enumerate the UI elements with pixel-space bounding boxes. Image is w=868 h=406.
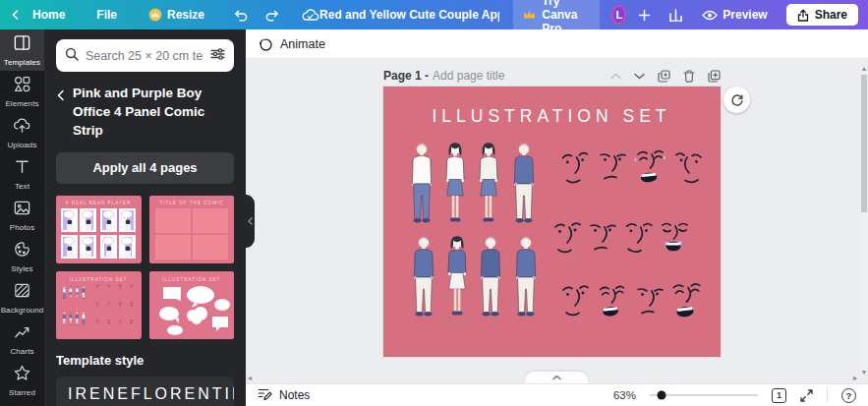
file-button[interactable]: File: [87, 4, 126, 26]
styles-icon: [13, 240, 31, 262]
uploads-icon: [13, 116, 31, 139]
eye-icon: [702, 10, 718, 21]
scroll-down-arrow[interactable]: ▼: [860, 369, 868, 376]
animate-icon[interactable]: [258, 36, 273, 52]
vertical-scrollbar-thumb[interactable]: [861, 75, 867, 212]
canvas-faces-row-2[interactable]: [555, 222, 687, 253]
design-canvas-page-1[interactable]: ILLUSTRATION SET: [383, 87, 721, 357]
text-icon: [13, 157, 31, 180]
add-page-icon[interactable]: [708, 70, 721, 83]
photos-icon: [13, 199, 31, 221]
preview-button[interactable]: Preview: [693, 4, 776, 26]
charts-icon: [13, 322, 31, 345]
top-bar: Home File Resize Red and Yellow Cute Cou…: [0, 0, 868, 29]
sidebar-item-photos[interactable]: Photos: [0, 195, 44, 236]
canvas-characters-row-2[interactable]: [414, 236, 536, 316]
canvas-characters-row-1[interactable]: [412, 143, 534, 222]
thumb-2-title: TITLE OF THE COMIC: [159, 201, 223, 205]
resize-button[interactable]: Resize: [140, 4, 213, 26]
panel-back-chevron-icon[interactable]: [56, 87, 65, 105]
template-thumb-title-page[interactable]: TITLE OF THE COMIC: [149, 196, 235, 263]
filter-icon[interactable]: [210, 47, 225, 65]
search-icon: [65, 47, 79, 65]
sidebar-rail: Templates Elements Uploads Text Photos S…: [0, 29, 44, 406]
sidebar-item-text[interactable]: Text: [0, 153, 44, 195]
sidebar-item-starred[interactable]: Starred: [0, 360, 44, 401]
starred-icon: [13, 364, 31, 386]
move-page-up-icon[interactable]: [610, 73, 621, 80]
thumb-3-title: ILLUSTRATION SET: [70, 277, 128, 282]
template-title-row[interactable]: Pink and Purple Boy Office 4 Panel Comic…: [56, 85, 234, 141]
zoom-slider[interactable]: [650, 394, 758, 396]
share-upload-icon: [797, 9, 809, 22]
home-button[interactable]: Home: [24, 4, 74, 26]
status-bar: Notes 63% 1 ?: [246, 383, 868, 406]
template-thumb-comic-page[interactable]: A REAL BEAN PLAYER: [56, 196, 142, 263]
zoom-level[interactable]: 63%: [613, 389, 636, 401]
sidebar-item-templates[interactable]: Templates: [0, 29, 44, 71]
sidebar-item-elements[interactable]: Elements: [0, 71, 44, 112]
fullscreen-icon[interactable]: [800, 389, 813, 402]
template-style-card[interactable]: IRENEFLORENTINA IreneFlorentina: [56, 377, 234, 406]
template-set-title: Pink and Purple Boy Office 4 Panel Comic…: [73, 85, 234, 141]
grid-view-button[interactable]: 1: [772, 388, 786, 403]
zoom-slider-thumb[interactable]: [658, 391, 666, 400]
notes-icon: [258, 387, 272, 403]
scroll-up-arrow[interactable]: ▲: [860, 65, 868, 72]
search-input[interactable]: [86, 49, 203, 63]
back-chevron-icon[interactable]: [10, 9, 22, 21]
panel-collapse-tab[interactable]: [246, 195, 255, 248]
template-thumb-speech-bubbles[interactable]: ILLUSTRATION SET: [149, 271, 235, 339]
crown-badge-icon: [148, 8, 162, 22]
canvas-workspace: Page 1 - Add page title: [246, 59, 868, 383]
animate-button[interactable]: Animate: [280, 37, 325, 51]
scroll-right-arrow[interactable]: ▸: [853, 374, 857, 382]
template-thumb-illustration-characters[interactable]: ILLUSTRATION SET: [56, 271, 142, 339]
templates-panel: Pink and Purple Boy Office 4 Panel Comic…: [44, 29, 246, 406]
page-header: Page 1 - Add page title: [383, 69, 721, 83]
templates-icon: [13, 33, 31, 56]
apply-all-pages-button[interactable]: Apply all 4 pages: [56, 152, 234, 184]
notes-button[interactable]: Notes: [258, 387, 310, 403]
undo-icon[interactable]: [233, 8, 249, 22]
page-number-label[interactable]: Page 1 -: [383, 69, 429, 83]
crown-icon: [523, 10, 536, 20]
divider: [827, 388, 828, 402]
add-member-icon[interactable]: [638, 9, 651, 22]
thumb-4-title: ILLUSTRATION SET: [162, 277, 220, 282]
sidebar-item-charts[interactable]: Charts: [0, 319, 44, 360]
sidebar-item-uploads[interactable]: Uploads: [0, 112, 44, 153]
canvas-faces-row-1[interactable]: [562, 151, 701, 184]
style-name: IRENEFLORENTINA: [68, 385, 222, 403]
help-button[interactable]: ?: [841, 388, 856, 403]
thumb-1-title: A REAL BEAN PLAYER: [66, 201, 132, 205]
canvas-faces-row-3[interactable]: [563, 284, 700, 318]
template-style-heading: Template style: [56, 353, 234, 368]
avatar[interactable]: L: [611, 5, 626, 25]
search-box[interactable]: [56, 39, 234, 72]
elements-icon: [13, 75, 31, 97]
canvas-title-text[interactable]: ILLUSTRATION SET: [432, 106, 670, 126]
delete-page-icon[interactable]: [683, 70, 695, 83]
editor-main: Animate Page 1 - Add page title: [246, 29, 868, 406]
template-thumbnails: A REAL BEAN PLAYER: [56, 196, 234, 339]
scroll-left-arrow[interactable]: ◂: [248, 374, 252, 382]
expand-panel-tab[interactable]: [525, 372, 588, 383]
redo-icon[interactable]: [264, 8, 280, 22]
share-button[interactable]: Share: [786, 4, 858, 26]
page-title-input[interactable]: Add page title: [433, 69, 504, 83]
background-icon: [13, 281, 31, 304]
vertical-scrollbar[interactable]: ▲ ▼: [860, 65, 868, 376]
document-title[interactable]: Red and Yellow Cute Couple Apple Comic S…: [319, 8, 499, 22]
sidebar-item-background[interactable]: Background: [0, 277, 44, 319]
insights-chart-icon[interactable]: [668, 8, 683, 22]
move-page-down-icon[interactable]: [634, 73, 645, 80]
try-canva-pro-button[interactable]: Try Canva Pro: [513, 0, 600, 39]
style-shuffle-button[interactable]: [723, 87, 750, 113]
sidebar-item-styles[interactable]: Styles: [0, 236, 44, 277]
duplicate-page-icon[interactable]: [658, 70, 670, 83]
cloud-saved-icon[interactable]: [302, 8, 319, 22]
